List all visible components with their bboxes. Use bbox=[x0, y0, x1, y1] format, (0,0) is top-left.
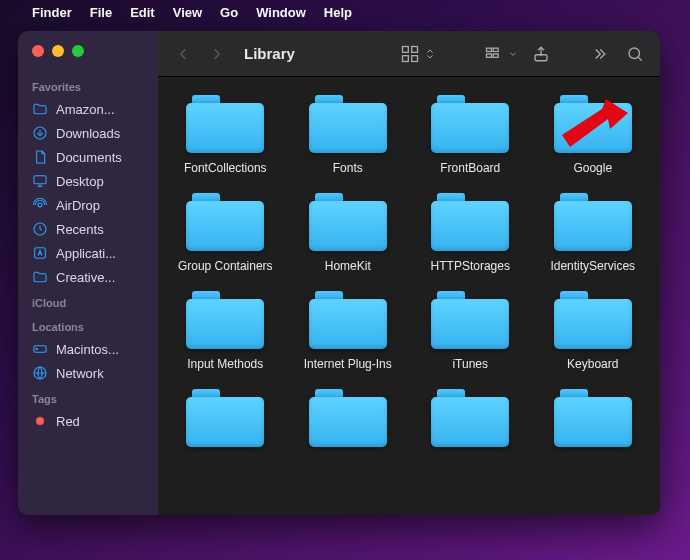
svg-rect-14 bbox=[412, 55, 418, 61]
folder-placeholder[interactable] bbox=[534, 389, 653, 455]
folder-icon bbox=[554, 291, 632, 349]
folder-homekit[interactable]: HomeKit bbox=[289, 193, 408, 273]
forward-button[interactable] bbox=[206, 43, 228, 65]
folder-label: FontCollections bbox=[184, 161, 267, 175]
folder-icon bbox=[186, 291, 264, 349]
folder-internet-plug-ins[interactable]: Internet Plug-Ins bbox=[289, 291, 408, 371]
finder-sidebar: Favorites Amazon...DownloadsDocumentsDes… bbox=[18, 31, 158, 515]
sidebar-item-desktop[interactable]: Desktop bbox=[18, 169, 158, 193]
folder-httpstorages[interactable]: HTTPStorages bbox=[411, 193, 530, 273]
folder-label: Google bbox=[573, 161, 612, 175]
group-button[interactable] bbox=[484, 44, 518, 64]
folder-title: Library bbox=[244, 45, 295, 62]
svg-line-21 bbox=[638, 57, 641, 60]
menubar-window[interactable]: Window bbox=[256, 5, 306, 20]
folder-icon bbox=[309, 389, 387, 447]
folder-label: IdentityServices bbox=[550, 259, 635, 273]
menubar-app[interactable]: Finder bbox=[32, 5, 72, 20]
folder-fonts[interactable]: Fonts bbox=[289, 95, 408, 175]
folder-itunes[interactable]: iTunes bbox=[411, 291, 530, 371]
folder-icon bbox=[186, 389, 264, 447]
folder-icon bbox=[431, 193, 509, 251]
sidebar-item-label: Amazon... bbox=[56, 102, 115, 117]
sidebar-section-favorites: Favorites bbox=[18, 73, 158, 97]
sidebar-item-label: Creative... bbox=[56, 270, 115, 285]
folder-label: iTunes bbox=[452, 357, 488, 371]
folder-placeholder[interactable] bbox=[411, 389, 530, 455]
menubar-file[interactable]: File bbox=[90, 5, 112, 20]
sidebar-item-label: Network bbox=[56, 366, 104, 381]
folder-icon bbox=[554, 193, 632, 251]
folder-icon bbox=[309, 193, 387, 251]
minimize-button[interactable] bbox=[52, 45, 64, 57]
folder-label: Keyboard bbox=[567, 357, 618, 371]
folder-google[interactable]: Google bbox=[534, 95, 653, 175]
sidebar-item-creative[interactable]: Creative... bbox=[18, 265, 158, 289]
more-button[interactable] bbox=[590, 43, 612, 65]
svg-rect-18 bbox=[493, 54, 498, 57]
finder-toolbar: Library bbox=[158, 31, 660, 77]
sidebar-item-applicati[interactable]: Applicati... bbox=[18, 241, 158, 265]
svg-rect-17 bbox=[487, 54, 492, 57]
sidebar-item-documents[interactable]: Documents bbox=[18, 145, 158, 169]
search-button[interactable] bbox=[624, 43, 646, 65]
folder-icon bbox=[554, 389, 632, 447]
menubar-help[interactable]: Help bbox=[324, 5, 352, 20]
share-button[interactable] bbox=[530, 43, 552, 65]
sidebar-item-network[interactable]: Network bbox=[18, 361, 158, 385]
menubar-view[interactable]: View bbox=[173, 5, 202, 20]
download-icon bbox=[32, 125, 48, 141]
folder-input-methods[interactable]: Input Methods bbox=[166, 291, 285, 371]
svg-rect-11 bbox=[403, 46, 409, 52]
folder-placeholder[interactable] bbox=[289, 389, 408, 455]
folder-placeholder[interactable] bbox=[166, 389, 285, 455]
folder-label: Fonts bbox=[333, 161, 363, 175]
sidebar-item-macintos[interactable]: Macintos... bbox=[18, 337, 158, 361]
dot-red-icon bbox=[32, 413, 48, 429]
folder-icon bbox=[309, 95, 387, 153]
globe-icon bbox=[32, 365, 48, 381]
svg-rect-1 bbox=[34, 176, 46, 184]
document-icon bbox=[32, 149, 48, 165]
folder-icon bbox=[431, 389, 509, 447]
folder-label: HTTPStorages bbox=[431, 259, 510, 273]
folder-fontcollections[interactable]: FontCollections bbox=[166, 95, 285, 175]
folder-label: Input Methods bbox=[187, 357, 263, 371]
macos-menubar: Finder File Edit View Go Window Help bbox=[0, 0, 690, 24]
sidebar-item-downloads[interactable]: Downloads bbox=[18, 121, 158, 145]
folder-keyboard[interactable]: Keyboard bbox=[534, 291, 653, 371]
sidebar-section-locations: Locations bbox=[18, 313, 158, 337]
close-button[interactable] bbox=[32, 45, 44, 57]
menubar-go[interactable]: Go bbox=[220, 5, 238, 20]
sidebar-item-label: Applicati... bbox=[56, 246, 116, 261]
folder-icon bbox=[186, 193, 264, 251]
svg-rect-12 bbox=[412, 46, 418, 52]
zoom-button[interactable] bbox=[72, 45, 84, 57]
view-mode-button[interactable] bbox=[400, 44, 436, 64]
folder-frontboard[interactable]: FrontBoard bbox=[411, 95, 530, 175]
sidebar-item-amazon[interactable]: Amazon... bbox=[18, 97, 158, 121]
folder-content[interactable]: FontCollectionsFontsFrontBoardGoogleGrou… bbox=[158, 77, 660, 515]
back-button[interactable] bbox=[172, 43, 194, 65]
svg-point-10 bbox=[36, 417, 44, 425]
sidebar-item-label: Macintos... bbox=[56, 342, 119, 357]
folder-icon bbox=[32, 101, 48, 117]
sidebar-item-label: Recents bbox=[56, 222, 104, 237]
svg-rect-15 bbox=[487, 48, 492, 51]
disk-icon bbox=[32, 341, 48, 357]
sidebar-item-recents[interactable]: Recents bbox=[18, 217, 158, 241]
svg-rect-16 bbox=[493, 48, 498, 51]
sidebar-item-label: Downloads bbox=[56, 126, 120, 141]
folder-icon bbox=[32, 269, 48, 285]
sidebar-item-label: Red bbox=[56, 414, 80, 429]
app-icon bbox=[32, 245, 48, 261]
sidebar-item-label: Desktop bbox=[56, 174, 104, 189]
folder-identityservices[interactable]: IdentityServices bbox=[534, 193, 653, 273]
folder-icon bbox=[186, 95, 264, 153]
sidebar-item-red[interactable]: Red bbox=[18, 409, 158, 433]
menubar-edit[interactable]: Edit bbox=[130, 5, 155, 20]
sidebar-item-label: AirDrop bbox=[56, 198, 100, 213]
sidebar-item-airdrop[interactable]: AirDrop bbox=[18, 193, 158, 217]
folder-label: HomeKit bbox=[325, 259, 371, 273]
folder-group-containers[interactable]: Group Containers bbox=[166, 193, 285, 273]
